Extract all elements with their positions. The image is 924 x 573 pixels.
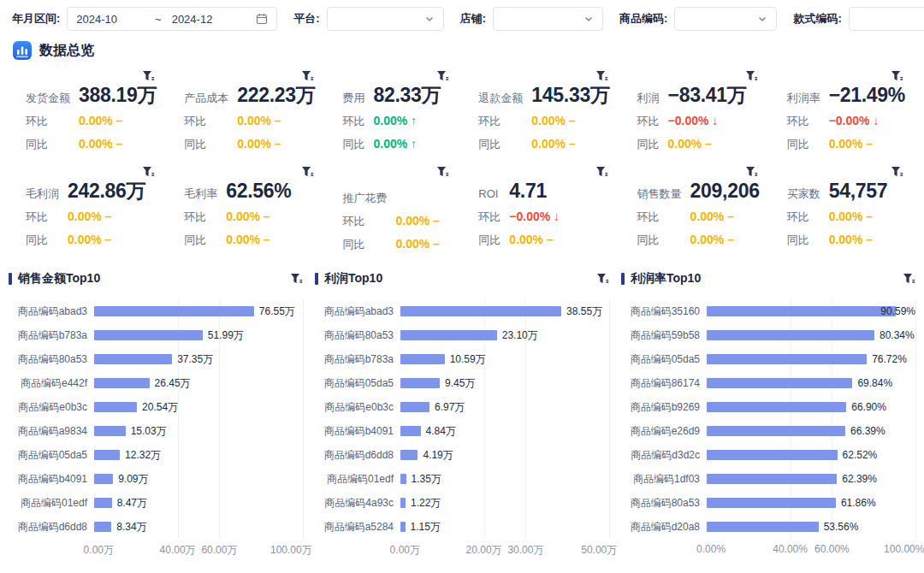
kpi-yoy-label: 同比 (184, 137, 228, 152)
bar-value-label: 66.90% (851, 401, 886, 413)
kpi-mom-value: 0.00% – (226, 210, 315, 223)
category-label: 商品编码e26d9 (621, 424, 700, 439)
chevron-down-icon (424, 14, 435, 24)
filter-icon[interactable] (745, 166, 758, 178)
bar-value-label: 4.19万 (423, 448, 453, 463)
product-code-select[interactable] (674, 7, 777, 31)
date-end-value[interactable]: 2024-12 (172, 13, 213, 26)
bar (707, 522, 819, 532)
bar (94, 402, 137, 412)
kpi-card: 销售数量 209,206 环比 0.00% – 同比 0.00% – (620, 160, 770, 256)
bar-row: 商品编码b926966.90% (621, 395, 915, 419)
kpi-yoy-label: 同比 (478, 233, 500, 248)
shop-select[interactable] (493, 7, 603, 31)
kpi-value: 145.33万 (531, 84, 609, 106)
bar-row: 商品编码59b5880.34% (621, 323, 915, 347)
bar-value-label: 38.55万 (566, 304, 602, 319)
bar-value-label: 66.39% (850, 425, 886, 437)
kpi-card: 毛利润 242.86万 环比 0.00% – 同比 0.00% – (9, 160, 167, 256)
date-range-filter: 年月区间: 2024-10 ~ 2024-12 (12, 7, 277, 31)
category-label: 商品编码1df03 (621, 472, 700, 487)
bar (707, 378, 852, 388)
bar-value-label: 15.03万 (131, 424, 167, 439)
kpi-label: 利润率 (787, 91, 820, 106)
bar-row: 商品编码05da576.72% (621, 347, 915, 371)
bar (707, 474, 837, 484)
bar-row: 商品编码a983415.03万 (9, 419, 303, 443)
filter-icon[interactable] (745, 70, 758, 82)
kpi-yoy-value: 0.00% – (531, 137, 609, 151)
kpi-yoy-value: 0.00% – (79, 137, 157, 151)
kpi-mom-value: 0.00% – (531, 114, 609, 127)
bar-row: 商品编码80a5337.35万 (9, 347, 303, 371)
kpi-card: 推广花费 环比 0.00% – 同比 0.00% – (326, 160, 462, 256)
bar-value-label: 76.55万 (259, 304, 295, 319)
bar-track: 9.09万 (94, 467, 303, 491)
bar-track: 1.15万 (400, 515, 609, 539)
bar (94, 498, 112, 508)
bar-row: 商品编码4a93c1.22万 (315, 491, 609, 515)
category-label: 商品编码05da5 (9, 448, 87, 463)
filter-icon[interactable] (891, 166, 903, 178)
kpi-label: 买家数 (787, 186, 820, 202)
bar-row: 商品编码05da512.32万 (9, 443, 303, 467)
kpi-card: 发货金额 388.19万 环比 0.00% – 同比 0.00% – (9, 64, 167, 160)
filter-icon[interactable] (142, 166, 155, 178)
filter-icon[interactable] (595, 70, 608, 82)
bar-track: 69.84% (707, 371, 915, 395)
filter-icon[interactable] (142, 70, 155, 82)
style-code-label: 款式编码: (793, 11, 841, 27)
bar-row: 商品编码d20a853.56% (621, 515, 915, 539)
filter-icon[interactable] (436, 70, 449, 82)
filter-icon[interactable] (436, 166, 449, 178)
date-start-value[interactable]: 2024-10 (76, 13, 117, 26)
kpi-mom-value: −0.00% ↓ (829, 114, 905, 127)
kpi-yoy-value: 0.00% – (829, 233, 905, 246)
kpi-yoy-value: 0.00% – (68, 233, 157, 246)
bar-track: 38.55万 (400, 299, 609, 323)
chart-panel: 利润Top10 商品编码abad338.55万商品编码80a5323.10万商品… (315, 269, 609, 556)
bar-row: 商品编码b40919.09万 (9, 467, 303, 491)
bar-value-label: 53.56% (824, 521, 859, 533)
category-label: 商品编码01edf (9, 496, 87, 511)
filter-icon[interactable] (301, 166, 314, 178)
bar-value-label: 1.35万 (412, 472, 441, 487)
bar-track: 90.59% (707, 299, 915, 323)
bar-row: 商品编码b783a10.59万 (315, 347, 609, 371)
axis-tick-label: 0.00% (696, 543, 726, 555)
filter-icon[interactable] (301, 70, 314, 82)
filter-icon[interactable] (903, 273, 915, 285)
kpi-card: ROI 4.71 环比 −0.00% ↓ 同比 0.00% – (461, 160, 619, 256)
category-label: 商品编码d6dd8 (9, 520, 87, 535)
kpi-yoy-value: 0.00% – (829, 137, 905, 151)
axis-tick-label: 100.00% (884, 543, 924, 555)
kpi-yoy-value: 0.00% – (668, 137, 760, 151)
axis-tick-label: 30.00万 (507, 543, 543, 558)
axis-tick-label: 20.00万 (466, 543, 502, 558)
bar-track: 15.03万 (94, 419, 303, 443)
chart-header: 销售金额Top10 (9, 269, 303, 289)
category-label: 商品编码b4091 (315, 424, 394, 439)
category-label: 商品编码80a53 (315, 328, 394, 343)
calendar-icon[interactable] (256, 13, 268, 25)
bar-plot: 商品编码3516090.59%商品编码59b5880.34%商品编码05da57… (621, 299, 915, 539)
platform-select[interactable] (327, 7, 444, 31)
filter-icon[interactable] (596, 273, 609, 285)
category-label: 商品编码80a53 (9, 352, 87, 367)
category-label: 商品编码86174 (621, 376, 700, 391)
kpi-card: 买家数 54,757 环比 0.00% – 同比 0.00% – (770, 160, 915, 256)
bar-row: 商品编码b783a51.99万 (9, 323, 303, 347)
shop-label: 店铺: (460, 11, 486, 27)
kpi-mom-label: 环比 (184, 114, 228, 129)
bar-track: 1.22万 (400, 491, 609, 515)
filter-icon[interactable] (290, 273, 303, 285)
bar (400, 450, 418, 460)
bar-row: 商品编码e0b3c6.97万 (315, 395, 609, 419)
filter-icon[interactable] (595, 166, 608, 178)
date-range-picker[interactable]: 2024-10 ~ 2024-12 (67, 7, 277, 31)
style-code-select[interactable] (849, 7, 924, 31)
chevron-down-icon (583, 14, 594, 24)
bar (94, 474, 113, 484)
bar-track: 53.56% (707, 515, 915, 539)
filter-icon[interactable] (891, 70, 903, 82)
